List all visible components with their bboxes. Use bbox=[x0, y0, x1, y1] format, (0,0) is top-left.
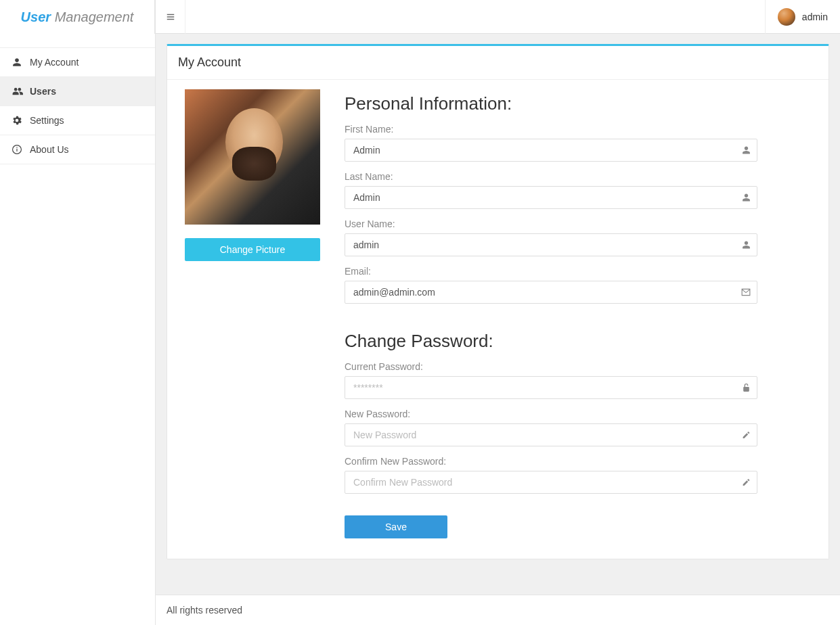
user-name-input[interactable] bbox=[345, 233, 757, 256]
last-name-input[interactable] bbox=[345, 186, 757, 209]
footer: All rights reserved bbox=[156, 595, 840, 625]
user-name-label: User Name: bbox=[345, 218, 757, 229]
sidebar-item-label: My Account bbox=[30, 57, 79, 68]
svg-rect-3 bbox=[16, 149, 17, 152]
current-password-input[interactable] bbox=[345, 376, 757, 399]
sidebar: User Management My Account Users bbox=[0, 0, 156, 625]
username-label: admin bbox=[802, 11, 828, 22]
hamburger-icon bbox=[166, 12, 175, 22]
panel-title: My Account bbox=[167, 46, 828, 80]
logo-text-right: Management bbox=[55, 9, 134, 24]
content: My Account Change Picture Personal Infor… bbox=[156, 34, 840, 595]
gear-icon bbox=[12, 116, 27, 125]
first-name-label: First Name: bbox=[345, 124, 757, 135]
logo[interactable]: User Management bbox=[0, 0, 155, 34]
sidebar-nav: My Account Users Settings About Us bbox=[0, 47, 155, 164]
new-password-input[interactable] bbox=[345, 423, 757, 446]
user-icon bbox=[12, 57, 27, 67]
current-password-label: Current Password: bbox=[345, 361, 757, 372]
new-password-label: New Password: bbox=[345, 409, 757, 419]
footer-text: All rights reserved bbox=[167, 605, 242, 616]
email-input[interactable] bbox=[345, 281, 757, 304]
profile-picture bbox=[185, 89, 320, 225]
svg-point-4 bbox=[16, 147, 18, 148]
sidebar-item-label: Settings bbox=[30, 115, 64, 126]
sidebar-item-my-account[interactable]: My Account bbox=[0, 48, 155, 77]
info-icon bbox=[12, 145, 27, 154]
sidebar-toggle-button[interactable] bbox=[156, 0, 185, 34]
sidebar-item-label: About Us bbox=[30, 144, 69, 155]
sidebar-item-about-us[interactable]: About Us bbox=[0, 135, 155, 164]
logo-text-left: User bbox=[21, 9, 51, 24]
sidebar-item-settings[interactable]: Settings bbox=[0, 106, 155, 135]
users-icon bbox=[12, 87, 27, 96]
section-title-password: Change Password: bbox=[345, 331, 757, 352]
confirm-password-label: Confirm New Password: bbox=[345, 456, 757, 467]
change-picture-button[interactable]: Change Picture bbox=[185, 238, 320, 261]
section-title-personal: Personal Information: bbox=[345, 93, 757, 114]
last-name-label: Last Name: bbox=[345, 171, 757, 182]
email-label: Email: bbox=[345, 266, 757, 277]
sidebar-item-users[interactable]: Users bbox=[0, 77, 155, 106]
topbar: admin bbox=[156, 0, 840, 34]
panel-my-account: My Account Change Picture Personal Infor… bbox=[167, 44, 829, 559]
avatar bbox=[778, 8, 795, 26]
svg-point-0 bbox=[14, 88, 18, 91]
first-name-input[interactable] bbox=[345, 139, 757, 162]
save-button[interactable]: Save bbox=[345, 515, 447, 538]
sidebar-item-label: Users bbox=[30, 86, 56, 97]
svg-point-1 bbox=[18, 88, 22, 91]
user-menu[interactable]: admin bbox=[765, 0, 840, 34]
confirm-password-input[interactable] bbox=[345, 471, 757, 494]
